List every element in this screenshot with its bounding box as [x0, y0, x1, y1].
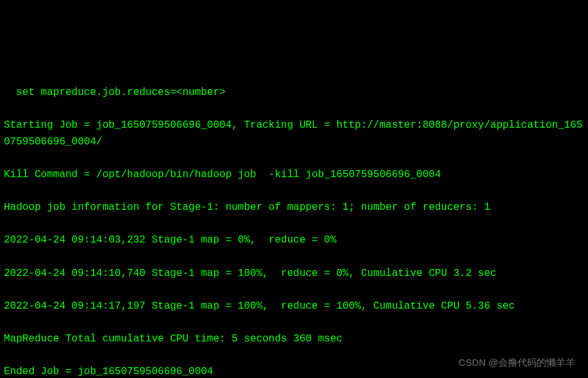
terminal-line: Kill Command = /opt/hadoop/bin/hadoop jo… [4, 167, 584, 184]
terminal-line: set mapreduce.job.reduces=<number> [4, 85, 584, 101]
terminal-line: Starting Job = job_1650759506696_0004, T… [4, 117, 584, 150]
terminal-line: MapReduce Total cumulative CPU time: 5 s… [4, 331, 584, 348]
terminal-line: 2022-04-24 09:14:17,197 Stage-1 map = 10… [4, 298, 584, 315]
terminal-line: Hadoop job information for Stage-1: numb… [4, 200, 584, 216]
terminal-line: 2022-04-24 09:14:10,740 Stage-1 map = 10… [4, 266, 584, 282]
terminal-output: set mapreduce.job.reduces=<number> Start… [4, 68, 584, 378]
terminal-line: Ended Job = job_1650759506696_0004 [4, 364, 584, 378]
terminal-line: 2022-04-24 09:14:03,232 Stage-1 map = 0%… [4, 232, 584, 249]
